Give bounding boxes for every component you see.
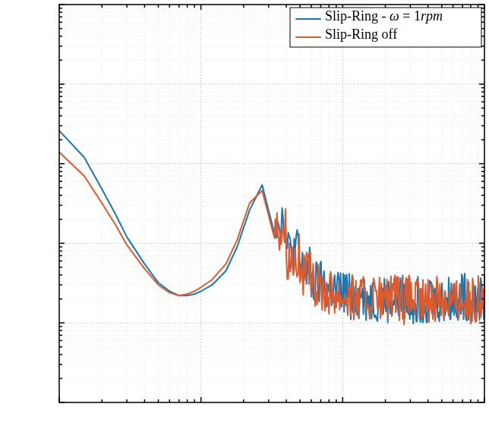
spectrum-chart: Slip-Ring - ω = 1rpmSlip-Ring off (0, 0, 489, 448)
legend-label-1: Slip-Ring off (325, 27, 397, 42)
legend: Slip-Ring - ω = 1rpmSlip-Ring off (290, 8, 481, 47)
plot-frame (59, 5, 484, 402)
legend-label-0: Slip-Ring - ω = 1rpm (325, 8, 443, 24)
series-1 (59, 152, 484, 324)
